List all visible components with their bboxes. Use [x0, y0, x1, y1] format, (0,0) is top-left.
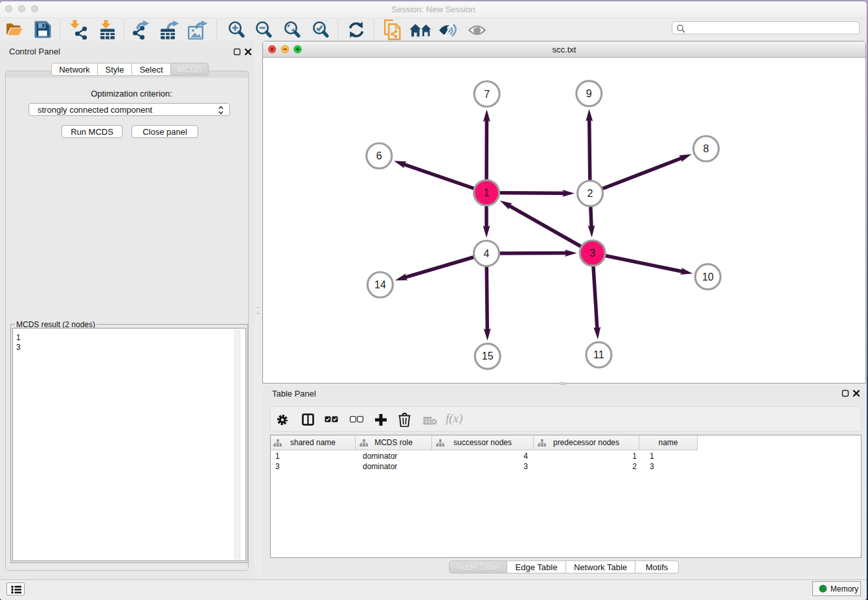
svg-text:4: 4	[484, 248, 490, 259]
svg-text:8: 8	[703, 143, 709, 154]
svg-text:9: 9	[586, 88, 592, 99]
svg-text:14: 14	[374, 279, 386, 290]
svg-text:1: 1	[484, 187, 490, 198]
svg-text:6: 6	[376, 150, 382, 161]
svg-text:3: 3	[589, 248, 595, 259]
svg-text:2: 2	[588, 188, 593, 199]
svg-text:11: 11	[593, 349, 604, 360]
svg-text:10: 10	[702, 271, 714, 283]
svg-text:7: 7	[484, 89, 490, 100]
svg-text:15: 15	[482, 351, 494, 362]
